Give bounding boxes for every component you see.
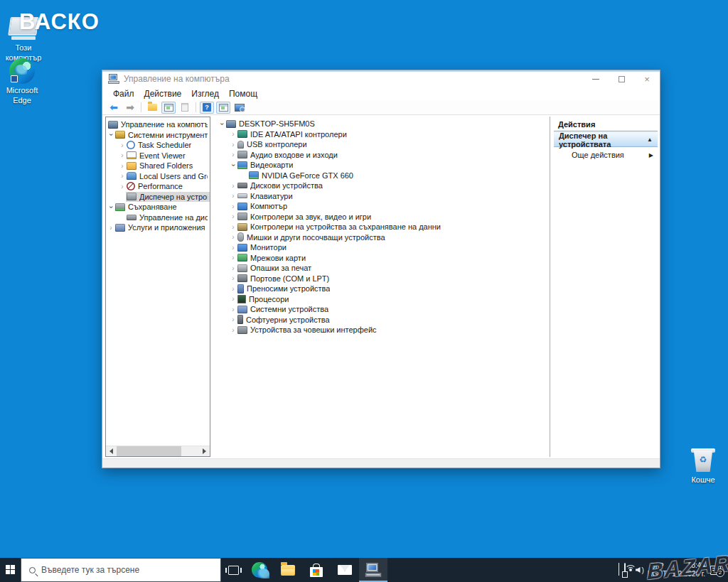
device-item[interactable]: Опашки за печат — [217, 263, 550, 274]
device-item[interactable]: Устройства за човешки интерфейс — [217, 325, 550, 335]
forward-icon[interactable]: ➡ — [123, 102, 137, 114]
chevron-icon[interactable] — [230, 326, 237, 334]
device-item[interactable]: NVIDIA GeForce GTX 660 — [217, 171, 550, 181]
chevron-icon[interactable] — [107, 224, 114, 232]
close-button[interactable]: × — [634, 70, 660, 87]
chevron-icon[interactable] — [230, 306, 237, 313]
chevron-icon[interactable] — [230, 130, 237, 138]
taskbar-edge-button[interactable] — [245, 558, 274, 582]
minimize-button[interactable] — [583, 70, 609, 87]
title-bar[interactable]: Управление на компютъра × — [102, 70, 660, 87]
chevron-icon[interactable] — [230, 203, 237, 210]
tree-item[interactable]: Управление на дисковете — [106, 212, 210, 223]
show-console-tree-icon[interactable] — [145, 102, 159, 114]
chevron-icon[interactable] — [230, 285, 237, 293]
device-item[interactable]: Процесори — [217, 294, 550, 305]
device-item-icon — [237, 212, 247, 220]
tree-item[interactable]: Task Scheduler — [106, 140, 210, 151]
chevron-icon[interactable] — [230, 212, 237, 220]
tree-item[interactable]: Управление на компютъра (локален) — [106, 119, 210, 130]
device-item[interactable]: Системни устройства — [217, 304, 550, 315]
chevron-icon[interactable] — [230, 274, 237, 282]
chevron-icon[interactable] — [230, 244, 237, 252]
menu-item[interactable]: Файл — [108, 89, 139, 99]
device-item[interactable]: Компютър — [217, 201, 550, 212]
device-item[interactable]: Клавиатури — [217, 191, 550, 202]
menu-item[interactable]: Изглед — [186, 89, 224, 99]
device-item[interactable]: Монитори — [217, 242, 550, 253]
chevron-icon[interactable] — [119, 162, 126, 170]
device-item[interactable]: Дискови устройства — [217, 180, 550, 191]
device-item[interactable]: Мишки и други посочващи устройства — [217, 232, 550, 243]
chevron-icon[interactable] — [107, 203, 115, 210]
device-item[interactable]: Портове (COM и LPT) — [217, 274, 550, 284]
remote-computer-icon[interactable] — [232, 102, 247, 114]
tree-item[interactable]: Event Viewer — [106, 151, 210, 161]
menu-item[interactable]: Действие — [139, 89, 187, 99]
tree-item[interactable]: Диспечер на устройствата — [106, 192, 210, 203]
taskbar-mail-button[interactable] — [331, 558, 359, 582]
chevron-icon[interactable] — [230, 192, 237, 200]
device-item[interactable]: Контролери за звук, видео и игри — [217, 212, 550, 222]
chevron-icon[interactable] — [107, 131, 115, 139]
tree-item[interactable]: Услуги и приложения — [106, 222, 210, 233]
menu-item[interactable]: Помощ — [224, 89, 262, 99]
tree-item[interactable]: Local Users and Groups — [106, 171, 210, 182]
device-item[interactable]: Преносими устройства — [217, 284, 550, 294]
tree-item[interactable]: Shared Folders — [106, 161, 210, 171]
collapse-arrow-icon[interactable]: ▲ — [647, 136, 653, 143]
device-item-icon — [237, 141, 244, 149]
device-item[interactable]: IDE ATA/ATAPI контролери — [217, 129, 550, 140]
chevron-icon[interactable] — [119, 183, 126, 190]
scroll-left-button[interactable] — [106, 446, 117, 457]
chevron-icon[interactable] — [218, 120, 226, 127]
taskbar-search[interactable] — [21, 558, 221, 582]
tree-item[interactable]: Системни инструменти — [106, 130, 210, 141]
device-item[interactable]: Контролери на устройства за съхраняване … — [217, 222, 550, 232]
scroll-right-button[interactable] — [199, 446, 210, 457]
console-window-icon[interactable] — [161, 102, 176, 114]
maximize-button[interactable] — [609, 70, 634, 87]
device-item[interactable]: Аудио входове и изходи — [217, 150, 550, 161]
action-item-more-actions[interactable]: Още действия ▶ — [554, 147, 658, 163]
chevron-icon[interactable] — [230, 151, 237, 158]
device-item[interactable]: Софтуерни устройства — [217, 315, 550, 325]
chevron-icon[interactable] — [119, 141, 126, 149]
tray-overflow-button[interactable] — [619, 564, 619, 576]
action-item-label: Диспечер на устройствата — [559, 131, 647, 149]
desktop-icon-recycle-bin[interactable]: ♻ Кошче — [681, 446, 725, 485]
chevron-icon[interactable] — [230, 316, 237, 323]
chevron-icon[interactable] — [230, 141, 237, 149]
chevron-icon[interactable] — [230, 161, 237, 168]
tree-item[interactable]: Съхраняване — [106, 202, 210, 212]
horizontal-scrollbar[interactable] — [106, 446, 210, 456]
taskbar-store-button[interactable] — [302, 558, 331, 582]
chevron-icon[interactable] — [230, 182, 237, 190]
scrollbar-thumb[interactable] — [117, 446, 181, 457]
task-view-button[interactable] — [221, 558, 245, 582]
chevron-icon[interactable] — [119, 172, 126, 180]
help-icon[interactable]: ? — [200, 102, 214, 114]
start-button[interactable] — [0, 558, 21, 582]
device-item[interactable]: Видеокарти — [217, 160, 550, 171]
taskbar-computer-management-button[interactable] — [359, 558, 387, 582]
device-item[interactable]: USB контролери — [217, 139, 550, 150]
chevron-icon[interactable] — [230, 264, 237, 272]
chevron-icon[interactable] — [119, 151, 126, 159]
device-item[interactable]: Мрежови карти — [217, 253, 550, 264]
tree-item[interactable]: Performance — [106, 181, 210, 192]
desktop-icon-edge[interactable]: Microsoft Edge — [0, 58, 44, 106]
chevron-icon[interactable] — [230, 233, 237, 241]
back-icon[interactable]: ⬅ — [107, 102, 121, 114]
chevron-icon[interactable] — [230, 223, 237, 231]
chevron-icon[interactable] — [230, 295, 237, 303]
device-item-label: Портове (COM и LPT) — [250, 274, 329, 283]
tray-volume-button[interactable]: ) — [636, 566, 643, 574]
properties-icon[interactable] — [178, 102, 192, 114]
action-pane-icon[interactable] — [216, 102, 230, 114]
chevron-icon[interactable] — [230, 254, 237, 262]
taskbar-file-explorer-button[interactable] — [274, 558, 302, 582]
device-item[interactable]: DESKTOP-SH5FM0S — [217, 119, 550, 129]
search-input[interactable] — [41, 565, 198, 575]
action-item-device-manager[interactable]: Диспечер на устройствата ▲ — [554, 132, 658, 147]
